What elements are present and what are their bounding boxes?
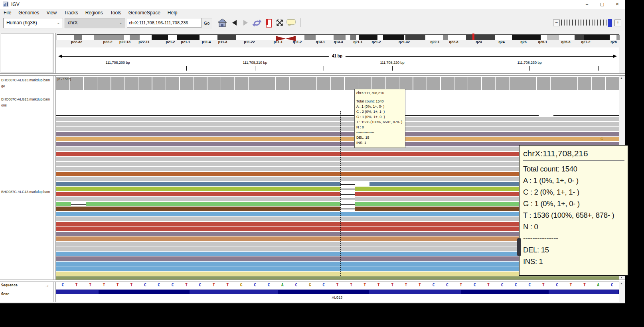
coverage-bar <box>345 77 358 90</box>
bottom-scrollbar[interactable]: ▲ <box>619 281 625 302</box>
coverage-bar <box>152 77 166 90</box>
menu-tracks[interactable]: Tracks <box>60 9 82 16</box>
zoom-out-button[interactable]: − <box>553 20 560 26</box>
cytoband-label: p22.32 <box>71 40 82 44</box>
coverage-bar <box>138 77 152 90</box>
gene-track-label[interactable]: Gene <box>1 292 9 296</box>
cytoband-label: q13.3 <box>334 40 343 44</box>
ruler[interactable]: 41 bp 111,708,200 bp111,708,210 bp111,70… <box>56 47 619 73</box>
menu-regions[interactable]: Regions <box>82 9 107 16</box>
fit-to-window-icon[interactable] <box>276 19 283 26</box>
zoom-in-button[interactable]: + <box>614 20 621 26</box>
cytoband <box>334 35 346 40</box>
title-bar: IGV – ▢ ✕ <box>0 0 625 9</box>
cytoband-label: q22.3 <box>449 40 458 44</box>
position-marker <box>472 33 474 40</box>
menu-file[interactable]: File <box>0 9 15 16</box>
sequence-gene-panel[interactable]: CTTTTTCCCTCTTGCCACGCTTTTTTTCCTCTCCCTCTTA… <box>56 282 619 302</box>
maximize-button[interactable]: ▢ <box>595 0 610 8</box>
sequence-base: T <box>89 283 91 287</box>
sequence-base: T <box>185 283 188 287</box>
cytoband-label: q26.3 <box>561 40 570 44</box>
track-name[interactable]: ge <box>1 84 5 88</box>
read[interactable] <box>56 137 619 141</box>
coverage-bar <box>276 77 289 90</box>
sequence-base: C <box>61 283 64 287</box>
zoom-slider-thumb[interactable] <box>608 19 612 27</box>
scroll-up-icon[interactable]: ▲ <box>620 282 623 285</box>
sequence-base: C <box>144 283 146 287</box>
track-name[interactable]: BHO087C-ALG13.markdup.bam <box>1 78 50 82</box>
sequence-base: C <box>158 283 160 287</box>
close-button[interactable]: ✕ <box>610 0 625 8</box>
read[interactable] <box>56 117 619 121</box>
tooltip-line: C : 2 (0%, 1+, 1- ) <box>356 109 405 114</box>
cursor-guide-left <box>340 111 341 276</box>
genome-select[interactable]: Human (hg38) ⌄ <box>3 18 63 28</box>
tooltip-line: --------------- <box>356 130 405 135</box>
menu-help[interactable]: Help <box>164 9 181 16</box>
scroll-down-icon[interactable]: ▼ <box>620 276 623 279</box>
coverage-bar <box>358 77 371 90</box>
cytoband-label: p11.1 <box>274 40 283 44</box>
sequence-base: T <box>570 283 572 287</box>
back-icon[interactable] <box>232 20 237 26</box>
coverage-bar <box>592 77 605 90</box>
menu-view[interactable]: View <box>43 9 60 16</box>
cytoband <box>168 35 177 40</box>
zoom-slider[interactable] <box>561 20 607 26</box>
strand-arrow-icon[interactable]: → <box>45 282 49 288</box>
sequence-base: T <box>350 283 352 287</box>
chromosome-select[interactable]: chrX ⌄ <box>65 18 125 28</box>
sequence-base: C <box>295 283 297 287</box>
define-region-icon[interactable] <box>266 19 272 28</box>
cytoband <box>616 35 620 40</box>
gene-exon <box>278 290 369 294</box>
go-button[interactable]: Go <box>201 18 212 28</box>
sequence-base: C <box>254 283 256 287</box>
read[interactable] <box>56 132 619 136</box>
cytoband <box>425 35 443 40</box>
read[interactable] <box>56 122 619 126</box>
cytoband-label: p21.1 <box>181 40 190 44</box>
read[interactable] <box>56 127 619 131</box>
cytoband-label: q22.1 <box>430 40 439 44</box>
minimize-button[interactable]: – <box>579 0 595 8</box>
track-name[interactable]: BHO087C-ALG13.markdup.bam <box>1 190 50 194</box>
sequence-track-label[interactable]: Sequence <box>1 283 18 287</box>
bottom-track-names: Sequence → Gene <box>0 282 53 302</box>
refresh-icon[interactable] <box>252 18 262 28</box>
sequence-base: C <box>556 283 558 287</box>
track-name[interactable]: BHO087C-ALG13.markdup.bam <box>1 97 50 101</box>
sequence-base: T <box>336 283 338 287</box>
tooltip-bubble-icon[interactable] <box>286 19 296 27</box>
deletion-line <box>340 194 355 195</box>
read[interactable] <box>56 152 533 156</box>
read[interactable] <box>56 276 619 280</box>
menu-tools[interactable]: Tools <box>107 9 125 16</box>
menu-genomespace[interactable]: GenomeSpace <box>125 9 164 16</box>
read[interactable] <box>553 115 619 116</box>
tooltip-line: T : 1536 (100%, 658+, 878- ) <box>356 120 405 125</box>
cytoband <box>512 35 541 40</box>
cytoband <box>94 35 124 40</box>
menu-genomes[interactable]: Genomes <box>15 9 43 16</box>
coverage-bar <box>578 77 591 90</box>
cytoband <box>140 35 152 40</box>
home-icon[interactable] <box>217 18 227 27</box>
sequence-base: G <box>309 283 311 287</box>
locus-input[interactable] <box>127 18 202 28</box>
forward-icon[interactable] <box>243 20 248 26</box>
ruler-tick <box>118 66 118 71</box>
deletion-line <box>340 189 355 189</box>
ruler-tick-label: 111,708,220 bp <box>380 61 404 65</box>
cytoband-label: q26.1 <box>538 40 547 44</box>
gene-exon <box>56 290 99 294</box>
sequence-base: C <box>611 283 613 287</box>
chromosome-ideogram[interactable]: p22.32p22.2p22.13p22.11p21.2p21.1p11.4p1… <box>56 33 619 47</box>
gene-track[interactable] <box>56 289 619 294</box>
read[interactable] <box>56 115 539 116</box>
cytoband <box>448 35 466 40</box>
scroll-up-icon[interactable]: ▲ <box>620 77 623 79</box>
track-name[interactable]: ons <box>1 103 7 107</box>
